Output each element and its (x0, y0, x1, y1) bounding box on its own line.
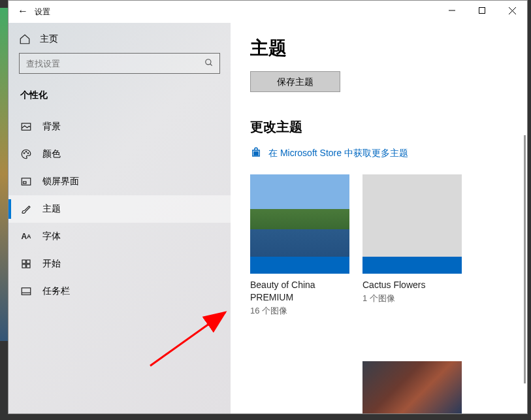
nav-item-taskbar[interactable]: 任务栏 (8, 278, 231, 305)
nav-item-fonts[interactable]: AA 字体 (8, 223, 231, 250)
svg-rect-16 (22, 288, 31, 295)
change-theme-heading: 更改主题 (250, 118, 507, 136)
nav-item-label: 开始 (42, 258, 61, 270)
svg-rect-15 (27, 265, 30, 268)
scrollbar[interactable] (524, 135, 526, 383)
picture-icon (20, 121, 32, 133)
taskbar-icon (20, 285, 32, 297)
theme-thumbnail (362, 174, 462, 274)
nav-item-start[interactable]: 开始 (8, 250, 231, 278)
close-button[interactable] (497, 1, 527, 20)
theme-name: Cactus Flowers (362, 279, 462, 291)
accent-bar (250, 257, 349, 274)
theme-card-2[interactable]: Cactus Flowers 1 个图像 (362, 174, 462, 317)
brush-icon (20, 203, 32, 215)
page-title: 主题 (250, 36, 507, 61)
store-link-text: 在 Microsoft Store 中获取更多主题 (268, 148, 408, 159)
theme-image-count: 16 个图像 (250, 305, 349, 317)
nav-list: 背景 颜色 锁屏界面 (8, 113, 231, 305)
svg-rect-20 (254, 153, 255, 155)
sidebar-section-label: 个性化 (8, 74, 231, 109)
nav-item-background[interactable]: 背景 (8, 113, 231, 140)
svg-rect-18 (254, 152, 255, 153)
minimize-button[interactable] (437, 1, 467, 20)
titlebar: ← 设置 (8, 1, 527, 23)
back-icon[interactable]: ← (18, 5, 28, 17)
sidebar: 主页 个性化 背景 (8, 23, 231, 413)
svg-point-4 (206, 59, 211, 64)
nav-item-themes[interactable]: 主题 (8, 195, 231, 223)
svg-point-7 (24, 153, 25, 154)
search-box[interactable] (19, 53, 220, 74)
nav-home-label: 主页 (40, 33, 58, 45)
svg-rect-11 (24, 182, 27, 184)
nav-item-label: 主题 (42, 203, 61, 215)
save-theme-button[interactable]: 保存主题 (250, 71, 340, 92)
svg-rect-13 (27, 260, 30, 263)
theme-name: Beauty of China PREMIUM (250, 279, 349, 304)
svg-point-8 (25, 152, 27, 153)
nav-item-label: 字体 (42, 231, 61, 242)
start-icon (20, 258, 32, 270)
nav-item-colors[interactable]: 颜色 (8, 140, 231, 168)
nav-item-lockscreen[interactable]: 锁屏界面 (8, 168, 231, 195)
themes-grid: Beauty of China PREMIUM 16 个图像 Cactus Fl… (250, 174, 507, 317)
svg-line-5 (210, 63, 212, 65)
palette-icon (20, 148, 32, 160)
theme-image-count: 1 个图像 (362, 293, 462, 304)
nav-item-label: 锁屏界面 (42, 176, 79, 187)
lockscreen-icon (20, 176, 32, 187)
store-link[interactable]: 在 Microsoft Store 中获取更多主题 (250, 146, 507, 160)
search-icon[interactable] (199, 58, 219, 69)
nav-item-label: 任务栏 (42, 285, 70, 297)
maximize-button[interactable] (467, 1, 497, 20)
home-icon (19, 33, 31, 45)
nav-item-label: 颜色 (42, 148, 61, 160)
window-title: 设置 (35, 7, 50, 18)
theme-thumbnail (250, 174, 349, 274)
svg-rect-12 (22, 260, 25, 263)
store-icon (250, 146, 262, 160)
svg-rect-14 (22, 265, 25, 268)
font-icon: AA (20, 231, 32, 242)
theme-thumbnail-partial[interactable] (362, 361, 462, 413)
svg-rect-19 (257, 152, 258, 153)
svg-rect-21 (257, 153, 258, 155)
search-input[interactable] (20, 59, 199, 69)
svg-rect-1 (479, 8, 485, 14)
nav-home[interactable]: 主页 (8, 28, 231, 53)
svg-point-9 (27, 153, 29, 154)
theme-card-1[interactable]: Beauty of China PREMIUM 16 个图像 (250, 174, 349, 317)
settings-window: ← 设置 主页 (8, 0, 528, 414)
content-area: 主题 保存主题 更改主题 在 Microsoft Store 中获取更多主题 (231, 23, 527, 413)
accent-bar (362, 257, 462, 274)
nav-item-label: 背景 (42, 121, 61, 133)
